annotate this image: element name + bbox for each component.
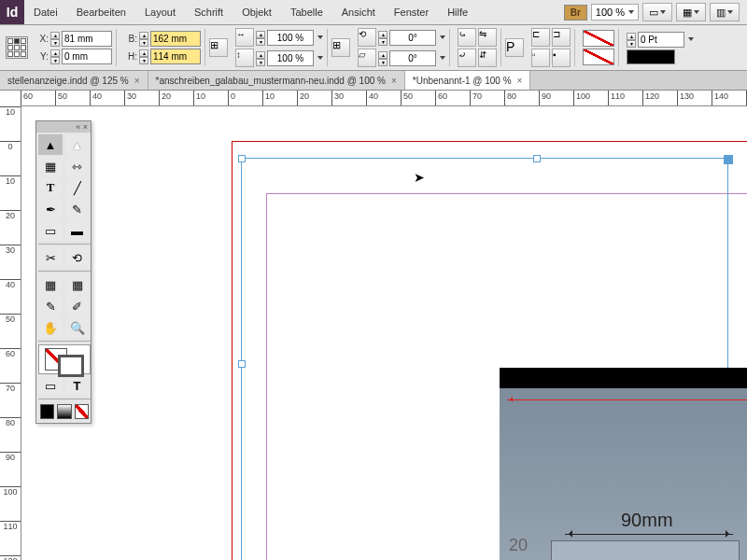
apply-none-swatch[interactable] [75, 404, 89, 419]
scissors-tool[interactable]: ✂ [38, 247, 63, 268]
close-icon[interactable]: × [391, 76, 397, 86]
constrain-scale-icon[interactable]: ⊞ [331, 38, 350, 57]
eyedropper-tool[interactable]: ✐ [65, 296, 90, 316]
h-label: H: [124, 51, 137, 62]
bridge-button[interactable]: Br [564, 5, 587, 21]
tools-panel-header[interactable]: « × [36, 121, 91, 133]
select-next-icon[interactable]: ⊐ [552, 28, 571, 47]
gap-tool[interactable]: ⇿ [65, 156, 90, 176]
y-field[interactable]: 0 mm [62, 49, 112, 64]
apply-gradient-swatch[interactable] [57, 404, 71, 419]
rectangle-frame-tool[interactable]: ▭ [38, 220, 63, 241]
fill-swatch[interactable] [583, 30, 614, 47]
scale-y-spinner[interactable]: ▴▾ [256, 51, 265, 65]
select-prev-icon[interactable]: ⊏ [531, 28, 550, 47]
menu-hilfe[interactable]: Hilfe [438, 7, 477, 18]
menu-tabelle[interactable]: Tabelle [281, 7, 332, 18]
placed-black-bar [500, 368, 747, 388]
rotate-spinner[interactable]: ▴▾ [378, 31, 388, 45]
height-field[interactable]: 114 mm [150, 49, 201, 64]
stroke-weight-field[interactable]: 0 Pt [638, 32, 684, 48]
stroke-swatch[interactable] [583, 49, 614, 65]
handle-tl[interactable] [238, 155, 246, 162]
hand-tool[interactable]: ✋ [38, 317, 63, 338]
scale-x-spinner[interactable]: ▴▾ [256, 31, 265, 45]
reference-point[interactable] [6, 36, 28, 59]
control-panel: X:▴▾81 mm Y:▴▾0 mm B:▴▾162 mm H:▴▾114 mm… [0, 25, 747, 71]
handle-tm[interactable] [533, 155, 541, 162]
menu-fenster[interactable]: Fenster [385, 7, 438, 18]
stroke-weight-spinner[interactable]: ▴▾ [627, 33, 636, 47]
gradient-feather-tool[interactable]: ▦ [65, 274, 90, 295]
shear-spinner[interactable]: ▴▾ [378, 51, 388, 65]
line-tool[interactable]: ╱ [65, 177, 90, 198]
fill-stroke-proxy[interactable] [38, 344, 91, 374]
h-spinner[interactable]: ▴▾ [139, 49, 148, 63]
type-tool[interactable]: T [38, 177, 63, 198]
mouse-cursor: ➤ [414, 170, 425, 185]
rotate-cw-icon[interactable]: ⤾ [458, 49, 476, 67]
scale-y-field[interactable]: 100 % [267, 50, 314, 66]
scale-y-icon: ↕ [235, 49, 254, 67]
x-field[interactable]: 81 mm [62, 31, 112, 47]
gradient-swatch-tool[interactable]: ▦ [38, 274, 63, 295]
handle-tr[interactable] [724, 155, 733, 164]
w-spinner[interactable]: ▴▾ [139, 32, 148, 46]
close-icon[interactable]: × [134, 76, 140, 86]
selection-tool[interactable]: ▲ [38, 134, 63, 155]
menu-objekt[interactable]: Objekt [233, 7, 281, 18]
page-tool[interactable]: ▦ [38, 156, 63, 176]
rotate-field[interactable]: 0° [389, 30, 436, 46]
scale-x-icon: ↔ [235, 28, 254, 47]
menu-bearbeiten[interactable]: Bearbeiten [67, 7, 135, 18]
screen-mode-button[interactable]: ▭ [642, 3, 672, 21]
y-label: Y: [35, 51, 49, 62]
stroke-style[interactable] [627, 49, 675, 64]
menu-schrift[interactable]: Schrift [185, 7, 233, 18]
scale-x-field[interactable]: 100 % [267, 30, 314, 46]
inner-frame [551, 540, 740, 560]
text-direction-tool[interactable]: T [65, 375, 90, 396]
x-spinner[interactable]: ▴▾ [50, 32, 60, 46]
direct-selection-tool[interactable]: ▲ [65, 134, 90, 155]
pencil-tool[interactable]: ✎ [65, 199, 90, 219]
select-parent-icon[interactable]: ▪ [552, 49, 571, 67]
tools-panel[interactable]: « × ▲ ▲ ▦ ⇿ T ╱ ✒ ✎ ▭ ▬ ✂ ⟲ ▦ ▦ ✎ ✐ ✋ [35, 120, 92, 424]
horizontal-ruler[interactable]: 6050403020100102030405060708090100110120… [21, 91, 747, 106]
apply-color-swatch[interactable] [40, 404, 54, 419]
select-container-icon[interactable]: P [505, 38, 524, 57]
flip-h-icon[interactable]: ⇋ [478, 28, 497, 47]
width-dimension-label: 90mm [621, 510, 673, 531]
menu-layout[interactable]: Layout [135, 7, 185, 18]
close-icon[interactable]: × [517, 76, 523, 86]
width-field[interactable]: 162 mm [150, 31, 201, 47]
shear-icon: ▱ [358, 49, 376, 67]
app-logo: Id [0, 0, 24, 24]
tab-unbenannt[interactable]: *Unbenannt-1 @ 100 %× [405, 71, 531, 90]
zoom-level-menu[interactable]: 100 % [591, 4, 639, 21]
zoom-tool[interactable]: 🔍 [65, 317, 90, 338]
menu-datei[interactable]: Datei [24, 7, 67, 18]
select-content-icon[interactable]: ▫ [531, 49, 550, 67]
pen-tool[interactable]: ✒ [38, 199, 63, 219]
constrain-wh-icon[interactable]: ⊞ [209, 38, 228, 57]
free-transform-tool[interactable]: ⟲ [65, 247, 90, 268]
view-mode-tool[interactable]: ▭ [38, 375, 63, 396]
rotate-ccw-icon[interactable]: ⤿ [458, 28, 476, 47]
flip-v-icon[interactable]: ⇵ [478, 49, 497, 67]
placed-image[interactable]: 90mm 20 [500, 368, 747, 560]
tab-anschreiben[interactable]: *anschreiben_galabau_mustermann-neu.indd… [148, 71, 405, 90]
tab-stellenanzeige[interactable]: stellenanzeige.indd @ 125 %× [0, 71, 148, 90]
y-spinner[interactable]: ▴▾ [50, 49, 60, 63]
vertical-ruler[interactable]: 100102030405060708090100110120130 [0, 106, 21, 560]
arrange-button[interactable]: ▦ [676, 3, 706, 21]
gutter-dimension-label: 20 [509, 536, 528, 555]
menu-ansicht[interactable]: Ansicht [332, 7, 385, 18]
x-label: X: [35, 34, 49, 44]
canvas[interactable]: 90mm 20 ➤ « × ▲ ▲ ▦ ⇿ T ╱ ✒ ✎ ▭ ▬ ✂ ⟲ [21, 106, 747, 560]
shear-field[interactable]: 0° [389, 50, 436, 66]
workspace-button[interactable]: ▥ [710, 3, 740, 21]
rectangle-tool[interactable]: ▬ [65, 220, 90, 241]
handle-ml[interactable] [238, 360, 246, 368]
note-tool[interactable]: ✎ [38, 296, 63, 316]
